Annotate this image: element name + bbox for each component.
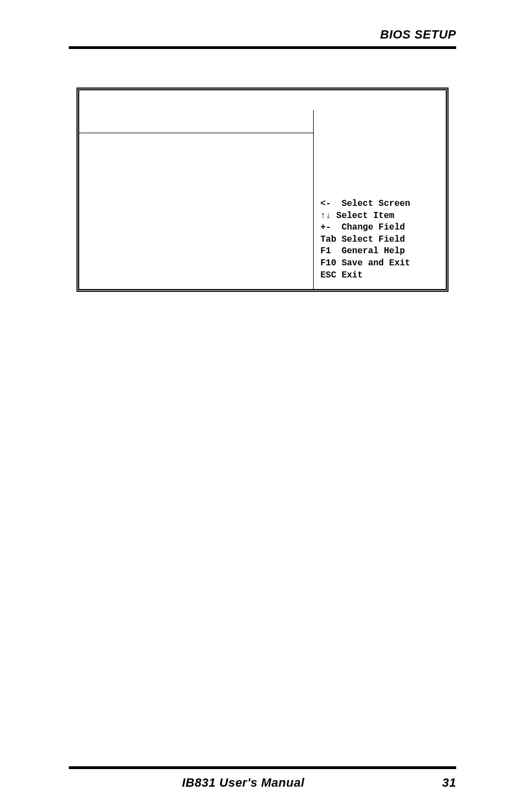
bios-setup-frame: <- Select Screen ↑↓ Select Item +- Chang… [76,88,449,292]
footer-page-number: 31 [418,776,456,790]
bios-body: <- Select Screen ↑↓ Select Item +- Chang… [79,110,446,289]
help-save-exit: F10 Save and Exit [320,258,439,270]
footer-manual-title: IB831 User's Manual [69,776,418,790]
bios-left-upper [79,110,313,133]
help-esc-exit: ESC Exit [320,270,439,282]
footer-separator [69,766,456,769]
help-select-screen: <- Select Screen [320,198,439,210]
help-select-item: ↑↓ Select Item [320,210,439,222]
help-tab-select: Tab Select Field [320,234,439,246]
bios-menu-bar [79,90,446,110]
bios-left-lower [79,133,313,221]
page-spacer [69,292,456,766]
help-general-help: F1 General Help [320,246,439,258]
bios-help-panel: <- Select Screen ↑↓ Select Item +- Chang… [314,110,446,289]
page: BIOS SETUP <- Select Screen ↑↓ Select It… [0,0,525,812]
bios-left-panel [79,110,314,289]
header-separator [69,46,456,49]
help-change-field: +- Change Field [320,222,439,234]
section-header: BIOS SETUP [69,28,456,42]
page-footer: IB831 User's Manual 31 [69,776,456,790]
bios-help-upper [320,116,439,198]
